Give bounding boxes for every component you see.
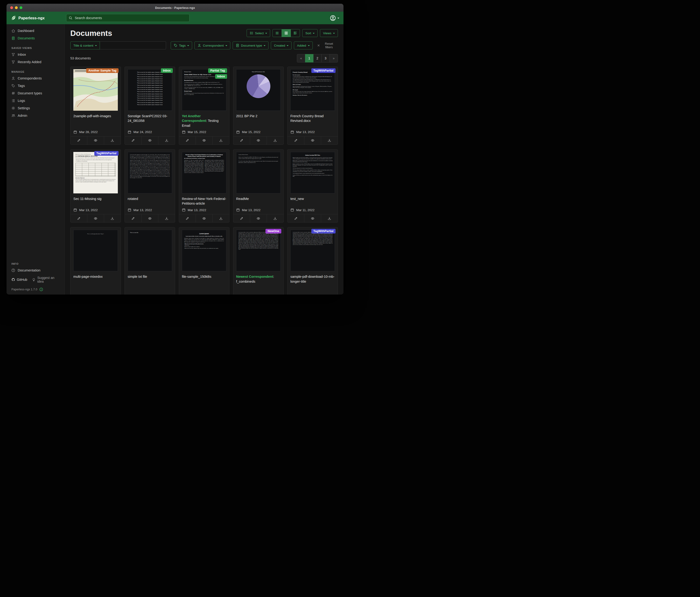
- sidebar-item-document-types[interactable]: Document types: [6, 90, 65, 97]
- document-thumbnail[interactable]: Release NotesSimba ODBC Driver for SQL S…: [179, 67, 229, 112]
- card-correspondent-link[interactable]: Newest Correspondent: [236, 275, 273, 279]
- download-document-button[interactable]: [104, 137, 121, 144]
- document-card[interactable]: Lorem ipsum dolor sit amet, consectetur …: [288, 227, 338, 294]
- sidebar-item-recently-added[interactable]: Recently Added: [6, 58, 65, 66]
- document-card[interactable]: Release NotesSimba ODBC Driver for SQL S…: [179, 67, 229, 145]
- document-title[interactable]: test_new: [291, 196, 335, 201]
- download-document-button[interactable]: [321, 137, 338, 144]
- filter-correspondent-button[interactable]: Correspondent: [195, 42, 230, 49]
- sidebar-item-correspondents[interactable]: Correspondents: [6, 75, 65, 82]
- edit-document-button[interactable]: [71, 137, 87, 144]
- document-card[interactable]: Lorem ipsumLorem ipsum dolor sit amet, c…: [179, 227, 229, 294]
- download-document-button[interactable]: [158, 137, 175, 144]
- edit-document-button[interactable]: [125, 214, 141, 222]
- filter-document-type-button[interactable]: Document type: [233, 42, 269, 49]
- minimize-button[interactable]: [15, 6, 18, 9]
- reset-filters-button[interactable]: Reset filters: [316, 42, 338, 49]
- filter-added-button[interactable]: Added: [294, 42, 312, 49]
- document-thumbnail[interactable]: This is a test for the double space char…: [125, 67, 175, 112]
- card-correspondent-link[interactable]: Yet Another Correspondent: [182, 114, 206, 123]
- title-content-input[interactable]: [100, 42, 166, 49]
- document-card[interactable]: This is a test file.simple txt file: [125, 227, 175, 294]
- edit-document-button[interactable]: [233, 137, 250, 144]
- document-thumbnail[interactable]: Review of New York Federal Petitions for…: [179, 150, 229, 194]
- document-card[interactable]: This is a multi page document. Page 1.mu…: [70, 227, 121, 294]
- edit-document-button[interactable]: [179, 214, 196, 222]
- view-document-button[interactable]: [87, 214, 104, 222]
- download-document-button[interactable]: [321, 214, 338, 222]
- edit-document-button[interactable]: [288, 137, 304, 144]
- document-title[interactable]: Yet Another Correspondent: Testing Email: [182, 114, 226, 128]
- document-card[interactable]: It's the text that appears on the first …: [125, 149, 175, 223]
- tag-badge[interactable]: Inbox: [161, 68, 173, 73]
- detail-view-button[interactable]: [291, 29, 300, 37]
- pagination-page-1[interactable]: 1: [305, 54, 314, 63]
- document-title[interactable]: 2011 BP Pie 2: [236, 114, 281, 118]
- edit-document-button[interactable]: [288, 214, 304, 222]
- zoom-button[interactable]: [20, 6, 22, 9]
- document-card[interactable]: Lorem ipsum dolor sit amet, consectetur …: [233, 227, 284, 294]
- document-card[interactable]: This is a test for the double space char…: [125, 67, 175, 145]
- tag-badge[interactable]: NewOne: [266, 229, 281, 234]
- suggest-idea-link[interactable]: Suggest an idea: [32, 276, 59, 283]
- document-thumbnail[interactable]: Patient BP Distribution 2011: [233, 67, 283, 112]
- document-title[interactable]: Review-of-New-York-Federal-Petitions-art…: [182, 196, 226, 206]
- sidebar-item-logs[interactable]: Logs: [6, 97, 65, 104]
- document-card[interactable]: Another Sample Tag2sample-pdf-with-image…: [70, 67, 121, 145]
- grid-view-button[interactable]: [281, 29, 291, 37]
- tag-badge[interactable]: TagWithPartial: [94, 151, 119, 156]
- global-search[interactable]: [66, 14, 190, 22]
- sidebar-item-documentation[interactable]: Documentation: [6, 267, 65, 274]
- document-card[interactable]: Adobe Acrobat PDF FilesAdobe Portable Do…: [288, 149, 338, 223]
- document-title[interactable]: sample-pdf-download-10-mb-longer-title: [291, 274, 335, 284]
- document-title[interactable]: Sonstige ScanPC2022 03-24_081058: [128, 114, 172, 123]
- document-thumbnail[interactable]: Lorem ipsum dolor sit amet, consectetur …: [288, 228, 338, 272]
- github-link[interactable]: GitHub: [11, 278, 27, 282]
- pagination-page-2[interactable]: 2: [313, 54, 322, 63]
- view-document-button[interactable]: [141, 137, 158, 144]
- document-title[interactable]: Newest Correspondent: f_combineds: [236, 274, 281, 284]
- view-document-button[interactable]: [196, 214, 212, 222]
- document-thumbnail[interactable]: This is a multi page document. Page 1.: [71, 228, 121, 272]
- document-card[interactable]: Application for Medical Staff Membership…: [70, 149, 121, 223]
- download-document-button[interactable]: [212, 214, 229, 222]
- download-document-button[interactable]: [158, 214, 175, 222]
- document-thumbnail[interactable]: This is a test file.: [125, 228, 175, 272]
- document-card[interactable]: Contact Sheet DemoGiven a set of image f…: [233, 149, 284, 223]
- download-document-button[interactable]: [104, 214, 121, 222]
- document-thumbnail[interactable]: Adobe Acrobat PDF FilesAdobe Portable Do…: [288, 150, 338, 194]
- view-document-button[interactable]: [304, 137, 321, 144]
- document-thumbnail[interactable]: Contact Sheet DemoGiven a set of image f…: [233, 150, 283, 194]
- user-menu[interactable]: [330, 15, 339, 21]
- sidebar-item-settings[interactable]: Settings: [6, 104, 65, 112]
- document-title[interactable]: Sec 11-Missing sig: [73, 196, 118, 201]
- document-title[interactable]: file-sample_150kBs: [182, 274, 226, 279]
- document-card[interactable]: French Country BreadFor the Leaven:1 hea…: [288, 67, 338, 145]
- sidebar-item-documents[interactable]: Documents: [6, 34, 65, 42]
- document-thumbnail[interactable]: Another Sample Tag: [71, 67, 121, 112]
- document-title[interactable]: rotated: [128, 196, 172, 201]
- select-button[interactable]: Select: [247, 29, 270, 37]
- tag-badge[interactable]: Another Sample Tag: [86, 68, 119, 73]
- view-document-button[interactable]: [196, 137, 212, 144]
- document-title[interactable]: simple txt file: [128, 274, 172, 279]
- list-view-button[interactable]: [272, 29, 282, 37]
- views-button[interactable]: Views: [320, 29, 338, 37]
- pagination-prev[interactable]: «: [297, 54, 305, 63]
- search-input[interactable]: [74, 16, 187, 20]
- tag-badge[interactable]: TagWithPartial: [311, 229, 335, 234]
- download-document-button[interactable]: [267, 214, 283, 222]
- download-document-button[interactable]: [212, 137, 229, 144]
- edit-document-button[interactable]: [125, 137, 141, 144]
- view-document-button[interactable]: [304, 214, 321, 222]
- tag-badge[interactable]: TagWithPartial: [311, 68, 335, 73]
- view-document-button[interactable]: [141, 214, 158, 222]
- document-title[interactable]: 2sample-pdf-with-images: [73, 114, 118, 118]
- tag-badge[interactable]: Partial Tag: [208, 68, 227, 73]
- document-thumbnail[interactable]: It's the text that appears on the first …: [125, 150, 175, 194]
- download-document-button[interactable]: [267, 137, 283, 144]
- filter-tags-button[interactable]: Tags: [171, 42, 192, 49]
- edit-document-button[interactable]: [71, 214, 87, 222]
- document-card[interactable]: Review of New York Federal Petitions for…: [179, 149, 229, 223]
- document-thumbnail[interactable]: Application for Medical Staff Membership…: [71, 150, 121, 194]
